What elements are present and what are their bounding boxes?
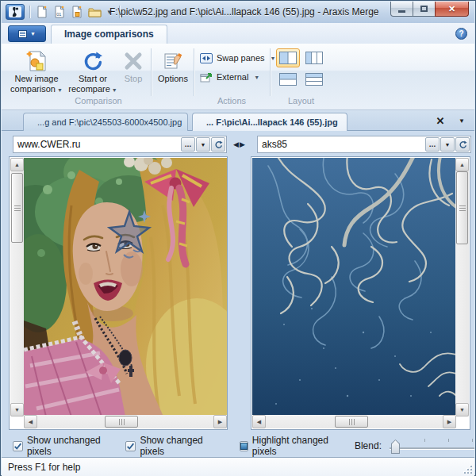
maximize-button[interactable]: [413, 2, 435, 17]
status-text: Press F1 for help: [8, 462, 80, 473]
slider-thumb[interactable]: [391, 440, 400, 454]
show-changed-checkbox[interactable]: [125, 441, 136, 451]
svg-text:01: 01: [56, 12, 61, 17]
right-horizontal-scrollbar[interactable]: ◀ ▶: [252, 415, 456, 428]
scroll-right-button[interactable]: ▶: [443, 415, 456, 428]
slider-thumb-face: [392, 440, 399, 453]
doc-tab-1[interactable]: 01 ...g and F:\pic\245503-6000x4500.jpg: [23, 113, 188, 131]
group-separator: [151, 48, 152, 96]
tab-image-comparisons[interactable]: Image comparisons: [51, 25, 167, 44]
status-bar: Press F1 for help: [2, 457, 474, 476]
layout-two-vertical-button[interactable]: [276, 48, 300, 67]
checkmark-icon: [126, 442, 135, 451]
left-reload-button[interactable]: [211, 137, 225, 152]
minimize-button[interactable]: [390, 2, 413, 17]
app-menu-button[interactable]: [6, 4, 25, 20]
pane-link-splitter[interactable]: ◀▶: [231, 140, 248, 148]
layout-two-horizontal-button[interactable]: [276, 70, 300, 89]
resize-grip[interactable]: [463, 464, 472, 474]
display-options-row: Show unchanged pixels Show changed pixel…: [2, 436, 474, 456]
group-label-actions: Actions: [195, 96, 268, 106]
scroll-up-button[interactable]: ▲: [10, 158, 24, 171]
button-label: Swap panes: [217, 53, 265, 63]
group-separator: [270, 48, 271, 96]
stop-button[interactable]: Stop: [119, 46, 148, 98]
layout-three-horizontal-button[interactable]: [302, 70, 326, 89]
right-image-pane: ▲ ▼ ◀ ▶: [251, 156, 470, 430]
right-vertical-scrollbar[interactable]: ▲ ▼: [455, 158, 469, 416]
document-tab-strip: 01 ...g and F:\pic\245503-6000x4500.jpg …: [2, 110, 474, 131]
thumb-grip: [459, 205, 466, 211]
new-comparison-button[interactable]: [35, 5, 49, 19]
button-label: Start or recompare: [68, 74, 110, 94]
horizontal-scroll-thumb[interactable]: [105, 416, 138, 428]
blend-label: Blend:: [355, 440, 382, 451]
scroll-down-button[interactable]: ▼: [10, 403, 24, 416]
doc-tab-label: ... F:\pic\Ai...llapack 146 (55).jpg: [206, 117, 338, 127]
arrow-up-icon: ▲: [14, 162, 20, 167]
new-image-comparison-button[interactable]: [70, 5, 84, 19]
close-button[interactable]: ✕: [435, 2, 469, 17]
right-path-input[interactable]: [258, 139, 425, 150]
araxis-merge-window: 01 ▼: [0, 0, 476, 476]
vertical-scroll-thumb[interactable]: [11, 173, 23, 243]
help-button[interactable]: ?: [455, 28, 467, 40]
image-comparison-document-icon: [71, 6, 83, 18]
ribbon-tab-row: ▼ Image comparisons ?: [2, 23, 474, 44]
text-comparison-document-icon: 01: [54, 6, 65, 18]
start-or-recompare-button[interactable]: Start or recompare▼: [67, 46, 119, 98]
application-menu-button[interactable]: ▼: [8, 25, 46, 42]
slider-tick: [448, 439, 449, 442]
left-image-viewport[interactable]: [24, 158, 227, 416]
blend-slider[interactable]: [390, 437, 474, 455]
maximize-icon: [420, 6, 428, 12]
dropdown-arrow-icon: ▼: [112, 87, 117, 93]
window-title: F:\pic\w52.jpg and F:\pic\Ai...llapack 1…: [109, 6, 379, 17]
right-reload-button[interactable]: [455, 137, 470, 152]
arrow-down-icon: ▼: [14, 407, 20, 413]
new-document-icon: [36, 6, 48, 18]
doc-tab-2-active[interactable]: ... F:\pic\Ai...llapack 146 (55).jpg: [192, 113, 347, 131]
options-icon: [163, 48, 183, 74]
scroll-left-button[interactable]: ◀: [24, 415, 37, 428]
show-unchanged-checkbox[interactable]: [13, 441, 23, 451]
swap-panes-icon: [200, 53, 213, 63]
options-button[interactable]: Options: [155, 46, 191, 98]
left-history-dropdown-button[interactable]: ▼: [196, 137, 210, 152]
left-browse-button[interactable]: …: [181, 137, 195, 152]
window-controls: ✕: [390, 2, 469, 17]
new-text-comparison-button[interactable]: 01: [52, 5, 67, 19]
scroll-down-button[interactable]: ▼: [455, 403, 469, 416]
external-button[interactable]: External ▼: [200, 69, 259, 85]
folder-icon: [88, 6, 102, 17]
slider-track[interactable]: [390, 447, 474, 449]
titlebar[interactable]: 01 ▼: [2, 2, 474, 23]
layout-three-vertical-button[interactable]: [302, 48, 326, 67]
tab-list-chevron-button[interactable]: ▼: [459, 117, 465, 125]
scroll-left-button[interactable]: ◀: [252, 415, 266, 428]
comparison-content: … ▼ ◀▶ … ▼ ▲: [2, 131, 474, 457]
scroll-right-button[interactable]: ▶: [213, 415, 227, 428]
right-image-viewport[interactable]: [252, 158, 456, 416]
open-button[interactable]: [87, 5, 102, 19]
right-browse-button[interactable]: …: [425, 137, 440, 152]
minimize-icon: [398, 10, 405, 13]
left-path-input[interactable]: [13, 139, 181, 150]
left-vertical-scrollbar[interactable]: ▲ ▼: [10, 158, 24, 416]
close-tab-button[interactable]: ✕: [433, 115, 447, 127]
group-label-comparison: Comparison: [5, 96, 192, 106]
scroll-up-button[interactable]: ▲: [455, 158, 469, 171]
horizontal-scroll-thumb[interactable]: [335, 416, 368, 428]
group-label-layout: Layout: [271, 96, 331, 106]
left-horizontal-scrollbar[interactable]: ◀ ▶: [24, 415, 227, 428]
swap-panes-button[interactable]: Swap panes ▼: [200, 50, 275, 66]
two-vertical-panes-icon: [279, 52, 297, 64]
reload-icon: [459, 140, 467, 149]
thumb-grip: [349, 419, 355, 425]
right-history-dropdown-button[interactable]: ▼: [440, 137, 455, 152]
group-separator: [194, 48, 194, 96]
checkbox-label: Show unchanged pixels: [27, 435, 109, 457]
highlight-changed-checkbox[interactable]: [240, 441, 248, 451]
new-image-comparison-ribbon-button[interactable]: New image comparison▼: [8, 46, 65, 98]
vertical-scroll-thumb[interactable]: [456, 171, 468, 244]
